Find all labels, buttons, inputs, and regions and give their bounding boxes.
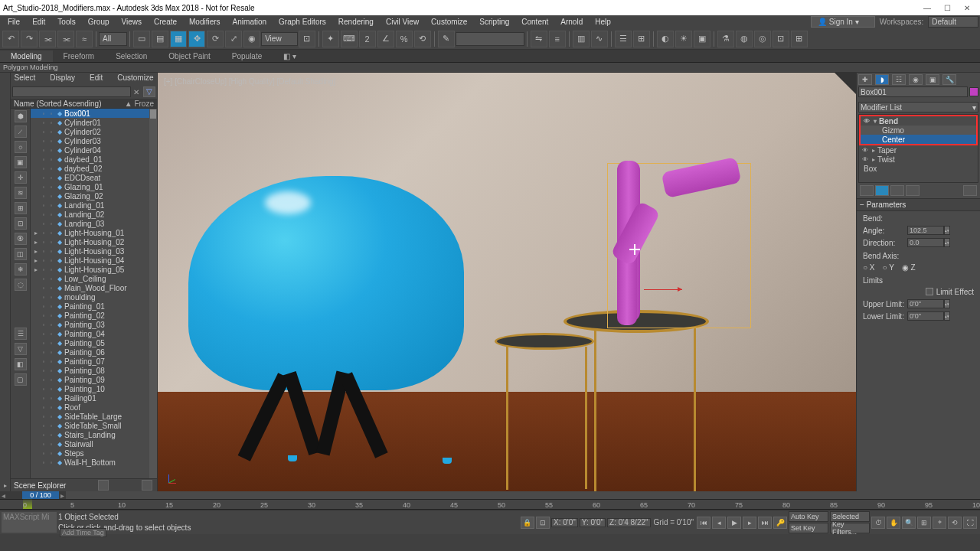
play-icon[interactable]: ▶ [727, 517, 741, 529]
viewport-label[interactable]: [+] [ChairCloseUp] [High Quality] [Defau… [164, 77, 335, 86]
select-move-icon[interactable]: ✥ [188, 31, 205, 47]
select-scale-icon[interactable]: ⤢ [225, 31, 242, 47]
rendered-frame-icon[interactable]: ▣ [694, 31, 710, 47]
tree-item[interactable]: ◦◦◆Landing_02 [31, 210, 149, 219]
tree-item[interactable]: ▸◦◦◆Light-Housing_02 [31, 237, 149, 246]
tree-item[interactable]: ◦◦◆Landing_01 [31, 201, 149, 210]
add-time-tag[interactable]: Add Time Tag [60, 528, 106, 537]
filter-invert-icon[interactable]: ◧ [15, 358, 27, 370]
tree-item[interactable]: ◦◦◆Glazing_01 [31, 182, 149, 191]
selection-filter-dropdown[interactable]: All [99, 32, 127, 46]
next-frame-icon[interactable]: ▸ [743, 517, 756, 529]
tree-item[interactable]: ▸◦◦◆Light-Housing_01 [31, 228, 149, 237]
render-setup-icon[interactable]: ☀ [675, 31, 692, 47]
filter-hidden-icon[interactable]: ◌ [15, 279, 27, 291]
menu-graph-editors[interactable]: Graph Editors [273, 16, 332, 28]
parameters-header[interactable]: − Parameters [857, 199, 980, 211]
keyboard-shortcut-icon[interactable]: ⌨ [341, 31, 358, 47]
pan-view-icon[interactable]: ✋ [887, 517, 900, 529]
tree-item[interactable]: ◦◦◆Low_Ceiling [31, 274, 149, 283]
motion-tab-icon[interactable]: ◉ [909, 74, 923, 85]
ribbon-tab-freeform[interactable]: Freeform [53, 51, 106, 62]
ribbon-tab-objectpaint[interactable]: Object Paint [158, 51, 220, 62]
menu-group[interactable]: Group [82, 16, 116, 28]
time-config-icon[interactable]: ⏱ [871, 517, 885, 529]
menu-modifiers[interactable]: Modifiers [183, 16, 227, 28]
filter-frozen-icon[interactable]: ❄ [15, 263, 27, 276]
material-editor-icon[interactable]: ◐ [657, 31, 674, 47]
tree-item[interactable]: ◦◦◆daybed_02 [31, 164, 149, 173]
mirror-icon[interactable]: ⇋ [531, 31, 547, 47]
viewport[interactable]: [+] [ChairCloseUp] [High Quality] [Defau… [158, 73, 856, 491]
angle-input[interactable]: 102.5 [907, 226, 944, 235]
tree-item[interactable]: ◦◦◆daybed_01 [31, 155, 149, 164]
lock-selection-icon[interactable]: 🔒 [521, 517, 534, 529]
ribbon-tab-populate[interactable]: Populate [221, 51, 273, 62]
filter-geometry-icon[interactable]: ⬢ [15, 110, 27, 122]
scene-explorer-header[interactable]: Name (Sorted Ascending) ▲ Froze [11, 99, 157, 109]
axis-z-radio[interactable]: ◉ Z [902, 263, 916, 272]
menu-create[interactable]: Create [148, 16, 183, 28]
maxscript-listener[interactable]: MAXScript Mi [2, 512, 57, 533]
filter-helpers-icon[interactable]: ✛ [15, 171, 27, 184]
se-tab-edit[interactable]: Edit [90, 73, 103, 84]
axis-y-radio[interactable]: ○ Y [883, 263, 894, 272]
zoom-icon[interactable]: 🔍 [902, 517, 916, 529]
maximize-viewport-icon[interactable]: ⛶ [963, 517, 977, 529]
tree-item[interactable]: ◦◦◆EDCDseat [31, 173, 149, 182]
edit-named-icon[interactable]: ✎ [438, 31, 455, 47]
named-selection-dropdown[interactable] [456, 32, 524, 46]
gizmo-x-axis-icon[interactable] [644, 289, 682, 290]
menu-scripting[interactable]: Scripting [473, 16, 515, 28]
unlink-icon[interactable]: ⫘ [57, 31, 74, 47]
modifier-list-dropdown[interactable]: Modifier List▾ [858, 102, 978, 112]
se-tab-select[interactable]: Select [14, 73, 35, 84]
select-name-icon[interactable]: ▤ [152, 31, 168, 47]
curve-editor-icon[interactable]: ∿ [591, 31, 608, 47]
se-footer-btn2[interactable] [142, 480, 152, 491]
reference-coord-dropdown[interactable]: View [261, 32, 298, 46]
display-tab-icon[interactable]: ▣ [926, 74, 939, 85]
filter-shapes-icon[interactable]: ⟋ [15, 126, 27, 138]
object-color-swatch[interactable] [969, 87, 978, 96]
remove-modifier-icon[interactable] [906, 185, 920, 196]
ribbon-tab-more[interactable]: ◧ ▾ [273, 51, 307, 62]
menu-tools[interactable]: Tools [51, 16, 81, 28]
coord-x[interactable]: X: 0'0" [551, 518, 578, 527]
tree-item[interactable]: ▸◦◦◆Light-Housing_05 [31, 265, 149, 274]
pin-stack-icon[interactable] [860, 185, 874, 196]
redo-icon[interactable]: ↷ [21, 31, 38, 47]
zoom-extents-icon[interactable]: ⌖ [933, 517, 946, 529]
toggle-ribbon-icon[interactable]: ▥ [573, 31, 590, 47]
tree-item[interactable]: ◦◦◆Painting_05 [31, 338, 149, 347]
tree-item[interactable]: ◦◦◆Painting_04 [31, 329, 149, 338]
modify-tab-icon[interactable]: ◗ [875, 74, 889, 85]
filter-none-icon[interactable]: ▽ [15, 343, 27, 355]
modifier-bend-center[interactable]: Center [861, 135, 976, 144]
filter-containers-icon[interactable]: ◫ [15, 248, 27, 260]
key-filters-button[interactable]: Key Filters... [830, 523, 870, 533]
undo-icon[interactable]: ↶ [2, 31, 19, 47]
viewcube-corner-icon[interactable] [835, 73, 856, 94]
filter-xrefs-icon[interactable]: ⊡ [15, 217, 27, 230]
tree-item[interactable]: ◦◦◆Railing01 [31, 393, 149, 403]
close-button[interactable]: ✕ [957, 4, 977, 12]
select-manipulate-icon[interactable]: ✦ [322, 31, 339, 47]
menu-views[interactable]: Views [116, 16, 149, 28]
modifier-taper[interactable]: 👁▸Taper [859, 145, 978, 155]
tree-item[interactable]: ◦◦◆Painting_10 [31, 384, 149, 393]
tree-item[interactable]: ◦◦◆Painting_01 [31, 302, 149, 311]
menu-civil-view[interactable]: Civil View [380, 16, 425, 28]
tree-item[interactable]: ◦◦◆Cylinder02 [31, 127, 149, 136]
auto-key-button[interactable]: Auto Key [789, 511, 828, 522]
menu-edit[interactable]: Edit [26, 16, 51, 28]
hierarchy-tab-icon[interactable]: ☷ [892, 74, 906, 85]
time-slider[interactable]: ◂ 0 / 100 ▸ [0, 491, 980, 499]
modifier-box[interactable]: Box [859, 164, 978, 173]
goto-end-icon[interactable]: ⏭ [758, 517, 772, 529]
render-vray-icon[interactable]: ◍ [736, 31, 753, 47]
tree-item[interactable]: ▸◦◦◆Light-Housing_03 [31, 246, 149, 256]
minimize-button[interactable]: — [917, 4, 937, 12]
tree-item[interactable]: ◦◦◆Cylinder03 [31, 136, 149, 145]
signin-button[interactable]: 👤 Sign In ▾ [811, 16, 875, 28]
